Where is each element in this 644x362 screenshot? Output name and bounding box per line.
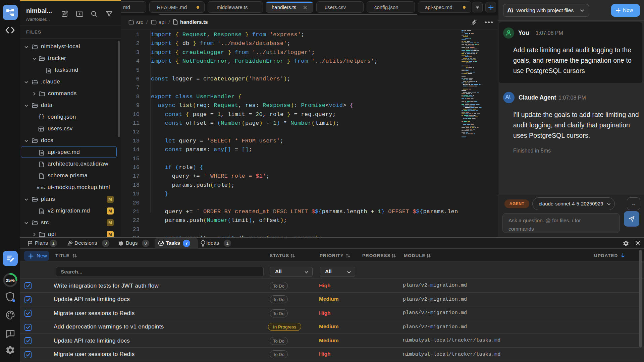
svg-text:25%: 25% xyxy=(6,278,14,283)
